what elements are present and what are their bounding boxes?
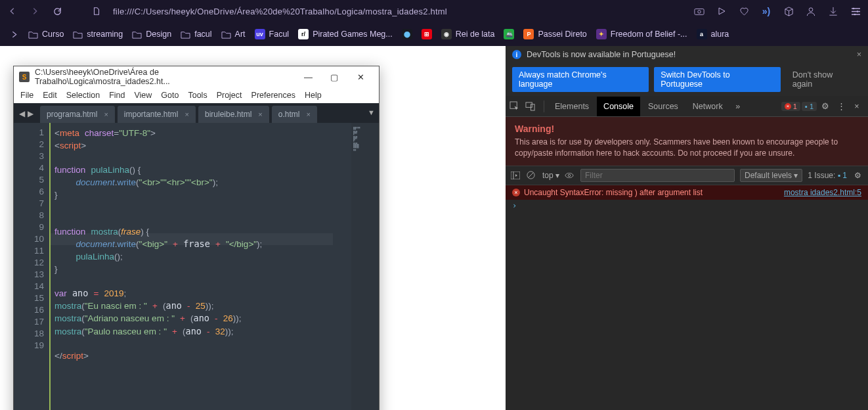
tab-prev-icon[interactable]: ◀ — [19, 109, 25, 118]
sublime-tabs: ◀▶ programa.html× importante.html× birul… — [14, 103, 379, 123]
tab-biruleibe[interactable]: biruleibe.html× — [198, 106, 269, 123]
bookmark-ship[interactable]: 🚢 — [504, 29, 514, 39]
bookmark-passei[interactable]: PPassei Direto — [523, 29, 586, 39]
close-icon[interactable]: × — [258, 110, 262, 118]
error-count-pill[interactable]: ×1 — [781, 102, 800, 111]
issues-label[interactable]: 1 Issue: ▪ 1 — [808, 171, 847, 180]
close-icon[interactable]: × — [104, 110, 108, 118]
camera-icon[interactable] — [693, 5, 705, 17]
live-expr-icon[interactable] — [565, 172, 575, 179]
menu-file[interactable]: File — [20, 91, 33, 100]
always-match-button[interactable]: Always match Chrome's language — [512, 67, 649, 92]
bookmark-reidelata[interactable]: ◉Rei de lata — [441, 29, 495, 39]
kebab-icon[interactable]: ⋮ — [834, 101, 848, 111]
tab-console[interactable]: Console — [597, 97, 640, 116]
menu-view[interactable]: View — [134, 91, 152, 100]
close-icon[interactable]: × — [850, 102, 864, 111]
close-icon[interactable]: × — [857, 50, 861, 59]
context-selector[interactable]: top ▾ — [542, 171, 559, 180]
devtools-lang-banner: Always match Chrome's language Switch De… — [506, 63, 868, 96]
self-xss-warning: Warning! This area is for use by develop… — [506, 117, 868, 166]
tab-sources[interactable]: Sources — [641, 97, 685, 116]
maximize-button[interactable]: ▢ — [321, 72, 347, 82]
bookmark-curso[interactable]: Curso — [28, 30, 64, 39]
filter-input[interactable] — [580, 169, 735, 182]
warning-body: This area is for use by developers only.… — [515, 137, 859, 159]
error-source-link[interactable]: mostra idades2.html:5 — [784, 188, 861, 197]
download-icon[interactable] — [827, 5, 839, 17]
error-icon: × — [512, 189, 520, 196]
device-icon[interactable] — [525, 101, 540, 111]
minimize-button[interactable]: — — [295, 72, 321, 82]
sublime-window: S C:\Users\heeyk\OneDrive\Área de Trabal… — [13, 66, 380, 410]
reload-icon[interactable] — [51, 5, 63, 17]
bookmark-design[interactable]: Design — [132, 30, 171, 39]
more-tabs-icon[interactable]: » — [731, 102, 745, 111]
error-message: Uncaught SyntaxError: missing ) after ar… — [524, 188, 784, 197]
bookmark-freedom[interactable]: ✦Freedom of Belief -... — [596, 29, 687, 39]
sublime-titlebar[interactable]: S C:\Users\heeyk\OneDrive\Área de Trabal… — [14, 66, 379, 87]
bookmark-facul[interactable]: facul — [181, 30, 211, 39]
sublime-title: C:\Users\heeyk\OneDrive\Área de Trabalho… — [35, 68, 295, 86]
address-bar[interactable]: file:///C:/Users/heeyk/OneDrive/Área%20d… — [113, 7, 447, 16]
console-prompt[interactable]: › — [506, 200, 868, 212]
bookmark-streaming[interactable]: streaming — [73, 30, 123, 39]
devtools-info-text: DevTools is now available in Portuguese! — [527, 50, 676, 59]
cube-icon[interactable] — [783, 5, 794, 17]
bookmark-art[interactable]: Art — [221, 30, 246, 39]
console-error-line[interactable]: × Uncaught SyntaxError: missing ) after … — [506, 185, 868, 200]
devtools-info-banner: i DevTools is now available in Portugues… — [506, 46, 868, 63]
nav-back-icon[interactable] — [7, 5, 18, 17]
close-icon[interactable]: × — [185, 110, 189, 118]
gear-icon[interactable]: ⚙ — [852, 171, 863, 180]
tab-network[interactable]: Network — [686, 97, 729, 116]
profile-icon[interactable] — [805, 5, 817, 17]
svg-point-4 — [856, 11, 858, 12]
bookmark-alura[interactable]: aalura — [697, 29, 729, 39]
cast-icon[interactable]: ») — [760, 5, 772, 17]
menu-tools[interactable]: Tools — [188, 91, 207, 100]
menu-help[interactable]: Help — [305, 91, 322, 100]
sublime-logo-icon: S — [19, 72, 30, 82]
switch-lang-button[interactable]: Switch DevTools to Portuguese — [654, 67, 781, 92]
nav-forward-icon[interactable] — [29, 5, 41, 17]
menu-find[interactable]: Find — [109, 91, 125, 100]
minimap[interactable]: ████ ████████ ██ ███████ ██ ████ █████ █… — [351, 123, 379, 410]
svg-point-1 — [698, 11, 701, 13]
tab-programa[interactable]: programa.html× — [40, 106, 115, 123]
close-button[interactable]: ✕ — [347, 72, 374, 82]
expand-icon[interactable] — [9, 30, 19, 39]
menu-project[interactable]: Project — [217, 91, 242, 100]
easy-setup-icon[interactable] — [850, 5, 861, 17]
devtools-tabs: Elements Console Sources Network » ×1 ▪1… — [506, 96, 868, 117]
tab-elements[interactable]: Elements — [548, 97, 596, 116]
menu-goto[interactable]: Goto — [161, 91, 179, 100]
tab-dropdown-icon[interactable]: ▼ — [368, 108, 375, 116]
bookmark-facul2[interactable]: uvFacul — [255, 29, 290, 39]
devtools-panel: i DevTools is now available in Portugues… — [506, 46, 868, 410]
code-editor[interactable]: <meta charset="UTF-8"> <script> function… — [49, 123, 351, 410]
tab-next-icon[interactable]: ▶ — [28, 109, 33, 118]
menu-preferences[interactable]: Preferences — [251, 91, 295, 100]
play-icon[interactable] — [716, 5, 727, 17]
bookmark-nintendo[interactable]: ⊞ — [422, 29, 432, 39]
menu-edit[interactable]: Edit — [43, 91, 57, 100]
bookmark-pirated[interactable]: r/Pirated Games Meg... — [298, 29, 393, 39]
gear-icon[interactable]: ⚙ — [818, 101, 833, 111]
bookmark-steam[interactable]: ⬤ — [402, 29, 412, 39]
issue-count-pill[interactable]: ▪1 — [802, 102, 817, 111]
inspect-icon[interactable] — [510, 101, 524, 111]
clear-icon[interactable] — [527, 171, 537, 179]
sidebar-toggle-icon[interactable] — [511, 171, 521, 179]
svg-point-3 — [852, 7, 854, 9]
close-icon[interactable]: × — [306, 110, 310, 118]
menu-selection[interactable]: Selection — [66, 91, 100, 100]
tab-importante[interactable]: importante.html× — [118, 106, 196, 123]
dont-show-button[interactable]: Don't show again — [786, 67, 861, 92]
log-levels-select[interactable]: Default levels ▾ — [740, 169, 802, 182]
console-toolbar: top ▾ Default levels ▾ 1 Issue: ▪ 1 ⚙ — [506, 166, 868, 185]
heart-icon[interactable] — [738, 5, 750, 17]
tab-o[interactable]: o.html× — [272, 106, 317, 123]
svg-point-13 — [568, 174, 571, 177]
info-icon: i — [512, 50, 521, 59]
